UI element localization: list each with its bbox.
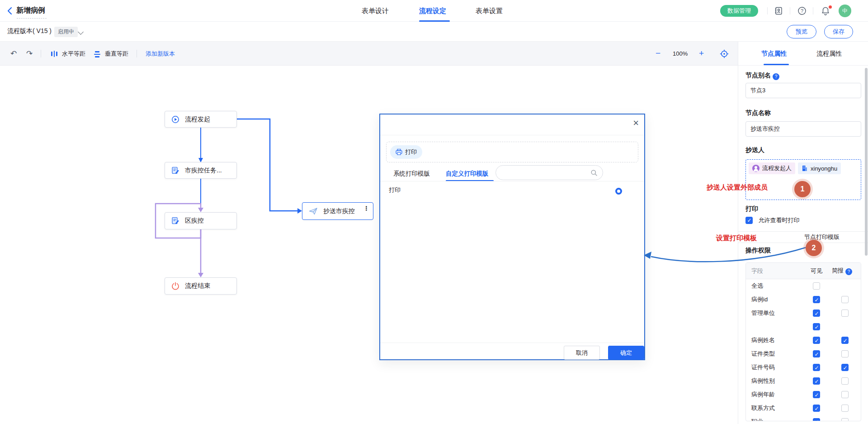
tab-flow-setting[interactable]: 流程设定 (419, 0, 446, 22)
print-template-modal: × 打印 系统打印模版 自定义打印模版 打印 取消 (379, 114, 645, 360)
brief-checkbox[interactable] (841, 350, 849, 357)
back-icon[interactable] (6, 6, 14, 15)
template-radio-selected[interactable] (615, 188, 622, 195)
confirm-button[interactable]: 确定 (608, 346, 644, 360)
brief-checkbox[interactable] (841, 364, 849, 371)
table-row: 职业 (746, 415, 861, 421)
cc-chip-xinyonghu[interactable]: xinyonghu (798, 162, 841, 174)
tab-form-config[interactable]: 表单设置 (476, 0, 503, 22)
flow-node-district[interactable]: 区疾控 (165, 212, 237, 229)
version-bar: 流程版本( V15 ) 启用中 预览 保存 (0, 22, 868, 42)
preview-button[interactable]: 预览 (787, 25, 816, 38)
undo-icon[interactable]: ↶ (10, 42, 17, 66)
visible-checkbox[interactable] (813, 364, 820, 371)
visible-checkbox[interactable] (813, 391, 820, 398)
help-icon[interactable]: ? (773, 73, 779, 80)
cc-recipients-label: 抄送人 (745, 146, 764, 154)
divider (137, 50, 137, 57)
cc-chip-label: xinyonghu (811, 165, 837, 172)
tab-node-properties[interactable]: 节点属性 (761, 42, 787, 66)
tab-system-template[interactable]: 系统打印模版 (393, 166, 430, 181)
panel-tab-bar: 节点属性 流程属性 (738, 42, 868, 66)
notification-dot (829, 5, 832, 9)
divider (767, 7, 768, 14)
node-label: 流程发起 (185, 115, 210, 124)
data-manage-button[interactable]: 数据管理 (720, 5, 758, 17)
fit-view-icon[interactable] (720, 49, 729, 58)
template-list-item[interactable]: 打印 (389, 186, 401, 194)
visible-checkbox[interactable] (813, 296, 820, 303)
brief-checkbox[interactable] (841, 377, 849, 385)
allow-print-label: 允许查看时打印 (758, 217, 799, 224)
help-icon[interactable]: ? (845, 268, 852, 275)
contacts-icon[interactable] (774, 6, 783, 15)
print-template-row (738, 231, 868, 243)
version-label: 流程版本( V15 ) (7, 27, 52, 35)
brief-checkbox[interactable] (841, 405, 849, 412)
cc-chip-initiator[interactable]: 流程发起人 (749, 162, 795, 174)
printer-icon (396, 149, 402, 155)
field-label: 证件号码 (751, 363, 804, 372)
node-name-input[interactable]: 抄送市疾控 (745, 121, 861, 137)
tab-form-design[interactable]: 表单设计 (362, 0, 389, 22)
flow-node-start[interactable]: 流程发起 (165, 111, 237, 128)
brief-checkbox[interactable] (841, 391, 849, 398)
flow-node-city-task[interactable]: 市疾控任务... (165, 162, 237, 179)
tab-flow-properties[interactable]: 流程属性 (816, 42, 842, 66)
table-row: 病例性别 (746, 374, 861, 388)
cancel-button[interactable]: 取消 (564, 346, 600, 360)
field-label: 病例年龄 (751, 391, 804, 399)
flow-node-end[interactable]: 流程结束 (165, 277, 237, 295)
vertical-distribute-button[interactable]: 垂直等距 (105, 42, 128, 66)
print-chip[interactable]: 打印 (390, 145, 422, 159)
avatar[interactable]: 中 (839, 5, 851, 17)
tab-custom-template[interactable]: 自定义打印模版 (446, 166, 489, 181)
visible-checkbox[interactable] (813, 350, 820, 357)
zoom-in-button[interactable]: + (699, 42, 704, 66)
visible-checkbox[interactable] (813, 405, 820, 412)
field-label: 管理单位 (751, 309, 804, 317)
annotation-badge-1: 1 (794, 181, 811, 197)
allow-print-checkbox[interactable] (745, 217, 753, 224)
close-icon[interactable]: × (633, 117, 639, 129)
panel-scrollbar[interactable] (865, 68, 868, 256)
node-print-template-link[interactable]: 节点打印模版 (804, 233, 840, 241)
help-icon[interactable]: ? (797, 6, 807, 15)
status-badge: 启用中 (54, 27, 78, 37)
brief-checkbox[interactable] (841, 337, 849, 344)
print-section-label: 打印 (745, 205, 758, 213)
app-header: 新增病例 表单设计 流程设定 表单设置 数据管理 ? 中 (0, 0, 868, 22)
visible-checkbox[interactable] (813, 282, 820, 290)
search-icon (590, 169, 598, 176)
node-label: 市疾控任务... (185, 167, 222, 175)
table-row: 病例id (746, 293, 861, 306)
save-button[interactable]: 保存 (824, 25, 853, 38)
visible-checkbox[interactable] (813, 337, 820, 344)
print-chip-label: 打印 (405, 148, 417, 156)
annotation-note-1: 抄送人设置外部成员 (707, 183, 768, 192)
search-input[interactable] (495, 165, 603, 180)
brief-checkbox[interactable] (841, 310, 849, 317)
flow-node-cc[interactable]: 抄送市疾控 ⋮ (302, 202, 373, 220)
visible-checkbox[interactable] (813, 323, 820, 330)
brief-checkbox[interactable] (841, 418, 849, 421)
visible-checkbox[interactable] (813, 377, 820, 385)
chevron-down-icon[interactable] (78, 29, 84, 35)
node-alias-input[interactable]: 节点3 (745, 83, 861, 98)
visible-checkbox[interactable] (813, 418, 820, 421)
horizontal-distribute-button[interactable]: 水平等距 (62, 42, 85, 66)
visible-checkbox[interactable] (813, 310, 820, 317)
divider (380, 343, 644, 343)
node-menu-icon[interactable]: ⋮ (363, 207, 369, 210)
divider (380, 135, 644, 135)
field-label: 全选 (751, 282, 804, 290)
selected-template-area: 打印 (386, 142, 638, 162)
brief-checkbox[interactable] (841, 296, 849, 303)
add-version-link[interactable]: 添加新版本 (146, 42, 175, 66)
table-row: 病例年龄 (746, 388, 861, 401)
zoom-out-button[interactable]: − (656, 42, 660, 66)
header-brief: 简报? (829, 267, 861, 275)
node-label: 抄送市疾控 (323, 207, 355, 215)
field-label: 病例性别 (751, 377, 804, 385)
redo-icon[interactable]: ↷ (26, 42, 33, 66)
